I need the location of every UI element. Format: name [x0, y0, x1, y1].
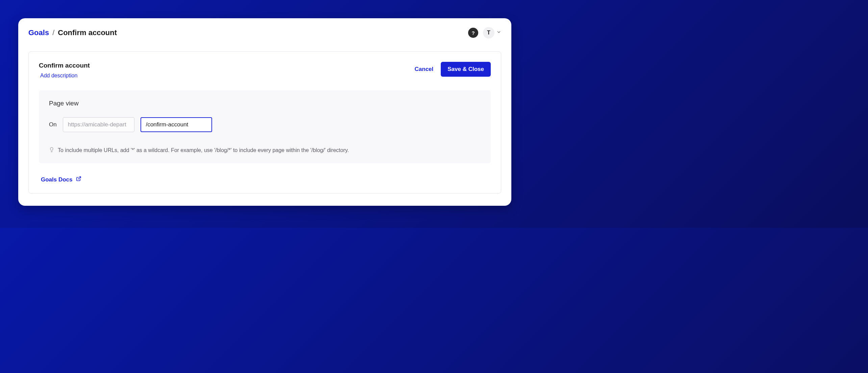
goal-title: Confirm account	[39, 62, 90, 69]
avatar: T	[483, 27, 494, 39]
hint-row: To include multiple URLs, add '*' as a w…	[49, 147, 481, 154]
save-close-button[interactable]: Save & Close	[441, 62, 491, 77]
goals-docs-link[interactable]: Goals Docs	[39, 176, 491, 183]
domain-input[interactable]	[63, 117, 134, 132]
breadcrumb: Goals / Confirm account	[28, 28, 117, 37]
card-container: Goals / Confirm account ? T Confirm acco…	[18, 18, 511, 206]
header-right: ? T	[468, 27, 501, 39]
breadcrumb-current: Confirm account	[58, 28, 117, 37]
goal-section: Confirm account Add description Cancel S…	[28, 51, 501, 194]
breadcrumb-root[interactable]: Goals	[28, 28, 49, 37]
pageview-box: Page view On To include multiple URLs, a…	[39, 90, 491, 163]
on-label: On	[49, 121, 57, 128]
external-link-icon	[76, 176, 81, 183]
cancel-button[interactable]: Cancel	[415, 66, 434, 73]
input-row: On	[49, 117, 481, 132]
help-button[interactable]: ?	[468, 28, 478, 38]
lightbulb-icon	[49, 147, 54, 154]
path-input[interactable]	[141, 117, 212, 132]
goals-docs-label: Goals Docs	[41, 176, 73, 183]
section-header: Confirm account Add description Cancel S…	[39, 62, 491, 79]
chevron-down-icon	[496, 30, 501, 36]
section-actions: Cancel Save & Close	[415, 62, 491, 77]
section-title-group: Confirm account Add description	[39, 62, 90, 79]
breadcrumb-separator: /	[52, 28, 54, 37]
hint-text: To include multiple URLs, add '*' as a w…	[58, 147, 349, 153]
pageview-title: Page view	[49, 100, 481, 107]
header-row: Goals / Confirm account ? T	[28, 27, 501, 39]
user-menu[interactable]: T	[483, 27, 501, 39]
add-description-link[interactable]: Add description	[39, 73, 90, 79]
svg-line-0	[78, 177, 80, 179]
